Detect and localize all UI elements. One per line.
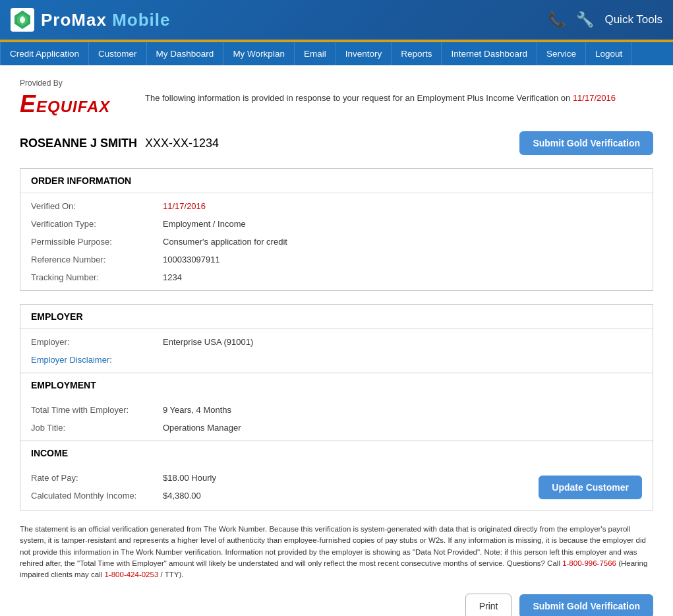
nav-customer[interactable]: Customer [89, 42, 147, 65]
verification-type-value: Employment / Income [163, 219, 246, 229]
verified-on-label: Verified On: [31, 201, 163, 211]
disclaimer-text: The statement is an official verificatio… [20, 524, 653, 580]
employer-label: Employer: [31, 337, 163, 347]
tracking-number-value: 1234 [163, 272, 182, 282]
logo-text: ProMax Mobile [41, 10, 170, 30]
monthly-income-label: Calculated Monthly Income: [31, 491, 163, 501]
equifax-logo-area: Provided By EEQUIFAX [20, 78, 125, 118]
total-time-value: 9 Years, 4 Months [163, 405, 231, 415]
tracking-number-label: Tracking Number: [31, 272, 163, 282]
nav-logout[interactable]: Logout [586, 42, 632, 65]
employer-disclaimer-row: Employer Disclaimer: [20, 351, 653, 369]
name-row: ROSEANNE J SMITH XXX-XX-1234 Submit Gold… [20, 131, 653, 155]
equifax-description: The following information is provided in… [145, 78, 616, 105]
job-title-label: Job Title: [31, 423, 163, 433]
employer-box: EMPLOYER Employer: Enterprise USA (91001… [20, 304, 653, 510]
total-time-row: Total Time with Employer: 9 Years, 4 Mon… [20, 401, 653, 419]
verified-on-row: Verified On: 11/17/2016 [20, 197, 653, 215]
permissible-purpose-row: Permissible Purpose: Consumer's applicat… [20, 233, 653, 251]
verification-type-label: Verification Type: [31, 219, 163, 229]
person-name-text: ROSEANNE J SMITH [20, 137, 137, 150]
job-title-row: Job Title: Operations Manager [20, 419, 653, 437]
order-information-content: Verified On: 11/17/2016 Verification Typ… [20, 193, 653, 290]
update-customer-button[interactable]: Update Customer [539, 476, 642, 499]
wrench-icon: 🔧 [576, 11, 594, 28]
equifax-header: Provided By EEQUIFAX The following infor… [20, 78, 653, 118]
disclaimer-phone1: 1-800-996-7566 [562, 559, 616, 567]
nav-inventory[interactable]: Inventory [336, 42, 392, 65]
nav-reports[interactable]: Reports [392, 42, 442, 65]
person-ssn: XXX-XX-1234 [145, 137, 219, 150]
verification-type-row: Verification Type: Employment / Income [20, 215, 653, 233]
verified-on-value: 11/17/2016 [163, 201, 206, 211]
rate-of-pay-label: Rate of Pay: [31, 473, 163, 483]
update-customer-area: Update Customer [528, 469, 653, 506]
job-title-value: Operations Manager [163, 423, 241, 433]
income-title: INCOME [20, 441, 653, 465]
header-right: 📞 🔧 Quick Tools [548, 11, 662, 28]
provided-by-label: Provided By [20, 78, 125, 88]
income-fields: Rate of Pay: $18.00 Hourly Calculated Mo… [20, 469, 227, 505]
nav-service[interactable]: Service [537, 42, 586, 65]
nav-internet-dashboard[interactable]: Internet Dashboard [442, 42, 537, 65]
disclaimer-phone2: 1-800-424-0253 [104, 570, 158, 578]
reference-number-row: Reference Number: 100033097911 [20, 251, 653, 268]
phone-icon: 📞 [548, 11, 566, 28]
quick-tools-label: Quick Tools [604, 13, 662, 26]
bottom-buttons: Print Submit Gold Verification [20, 594, 653, 616]
tracking-number-row: Tracking Number: 1234 [20, 268, 653, 286]
reference-number-value: 100033097911 [163, 255, 220, 264]
logo-area: ProMax Mobile [11, 8, 170, 32]
equifax-desc-text: The following information is provided in… [145, 93, 573, 103]
employer-title: EMPLOYER [20, 305, 653, 329]
total-time-label: Total Time with Employer: [31, 405, 163, 415]
rate-of-pay-row: Rate of Pay: $18.00 Hourly [20, 469, 227, 487]
permissible-purpose-label: Permissible Purpose: [31, 237, 163, 247]
main-nav: Credit Application Customer My Dashboard… [0, 42, 673, 65]
nav-credit-application[interactable]: Credit Application [0, 42, 89, 65]
main-content: Provided By EEQUIFAX The following infor… [0, 65, 673, 616]
order-information-title: ORDER INFORMATION [20, 169, 653, 193]
employer-content: Employer: Enterprise USA (91001) Employe… [20, 329, 653, 373]
employer-row: Employer: Enterprise USA (91001) [20, 333, 653, 351]
employer-disclaimer-label: Employer Disclaimer: [31, 355, 112, 365]
rate-of-pay-value: $18.00 Hourly [163, 473, 216, 483]
person-name: ROSEANNE J SMITH XXX-XX-1234 [20, 137, 219, 150]
income-content: Rate of Pay: $18.00 Hourly Calculated Mo… [20, 465, 653, 510]
submit-gold-verification-button-top[interactable]: Submit Gold Verification [519, 131, 653, 155]
nav-my-dashboard[interactable]: My Dashboard [147, 42, 224, 65]
print-button[interactable]: Print [465, 594, 512, 616]
nav-email[interactable]: Email [295, 42, 336, 65]
equifax-date: 11/17/2016 [573, 93, 616, 103]
reference-number-label: Reference Number: [31, 255, 163, 264]
employer-value: Enterprise USA (91001) [163, 337, 253, 347]
header: ProMax Mobile 📞 🔧 Quick Tools [0, 0, 673, 40]
order-information-box: ORDER INFORMATION Verified On: 11/17/201… [20, 168, 653, 291]
monthly-income-value: $4,380.00 [163, 491, 201, 501]
equifax-logo: EEQUIFAX [20, 90, 125, 118]
monthly-income-row: Calculated Monthly Income: $4,380.00 [20, 487, 227, 505]
nav-my-workplan[interactable]: My Workplan [223, 42, 295, 65]
promax-icon [11, 8, 34, 32]
submit-gold-verification-button-bottom[interactable]: Submit Gold Verification [519, 594, 653, 616]
employment-title: EMPLOYMENT [20, 373, 653, 397]
permissible-purpose-value: Consumer's application for credit [163, 237, 287, 247]
employment-content: Total Time with Employer: 9 Years, 4 Mon… [20, 397, 653, 441]
